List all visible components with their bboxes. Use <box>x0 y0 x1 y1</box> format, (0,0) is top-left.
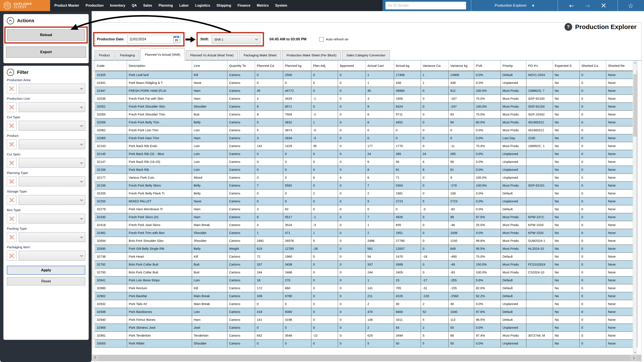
cell-priority[interactable]: Must Produ <box>501 268 526 276</box>
cell-shorted-re[interactable]: None <box>606 300 637 308</box>
cell-actual-cart[interactable]: 7 <box>366 182 394 189</box>
cell-pva[interactable]: 0.0% <box>474 79 501 87</box>
cell-description[interactable]: Fresh Pork Belly Flank Tr <box>127 189 192 197</box>
cell-plan-adj[interactable]: -2 <box>311 110 338 118</box>
column-header-actual-kg[interactable]: Actual kg <box>394 61 421 71</box>
cell-quantity-ta[interactable]: Cartons <box>228 71 255 79</box>
cell-actual-kg[interactable]: 2723 <box>394 197 421 205</box>
cell-quantity-ta[interactable]: Cartons <box>228 300 255 308</box>
cell-priority[interactable]: Unplanned <box>501 173 526 182</box>
cell-line[interactable]: Loin <box>192 142 228 150</box>
cell-priority[interactable]: Unplanned <box>501 166 526 173</box>
cell-actual-cart[interactable]: 244 <box>366 268 394 276</box>
cell-approved[interactable]: 0 <box>338 316 366 324</box>
cell-plan-adj[interactable]: 5 <box>311 237 338 245</box>
favorite-star-icon[interactable]: ☆ <box>628 2 634 10</box>
cell-planned-kg[interactable]: 5517 <box>283 213 311 221</box>
cell-variance-ca[interactable]: 52 <box>421 308 448 316</box>
cell-description[interactable]: Pork Tails #2 <box>127 300 192 308</box>
cell-actual-kg[interactable]: 0 <box>394 126 421 134</box>
cell-variance-ca[interactable]: 0 <box>421 110 448 118</box>
cell-actual-kg[interactable]: 705 <box>394 284 421 292</box>
cell-planned-kg[interactable]: 0 <box>283 79 311 87</box>
storage-type-select[interactable] <box>19 195 85 205</box>
cell-po-s[interactable]: PCS102824 <box>526 260 553 268</box>
cell-plan-adj[interactable]: 0 <box>311 87 338 95</box>
cell-planned-kg[interactable]: 12765 <box>283 245 311 253</box>
export-button[interactable]: Export <box>6 47 86 58</box>
column-header-variance-ca[interactable]: Variance Ca <box>421 61 448 71</box>
cell-approved[interactable]: 0 <box>338 95 366 102</box>
cell-pva[interactable]: 95.5% <box>474 245 501 253</box>
back-icon[interactable]: ← <box>569 2 574 9</box>
cell-priority[interactable]: Must Produ <box>501 331 526 339</box>
cell-description[interactable]: Pork Heart <box>127 253 192 260</box>
cell-variance-kg[interactable]: 108 <box>448 189 474 197</box>
cell-line[interactable]: Ham <box>192 87 228 95</box>
cell-quantity-ta[interactable]: Cartons <box>228 339 255 347</box>
menu-item-product-master[interactable]: Product Master <box>54 4 79 8</box>
clear-packaging-item-icon[interactable] <box>7 251 16 261</box>
cell-variance-ca[interactable]: 0 <box>421 237 448 245</box>
cell-priority[interactable]: Unplanned <box>501 79 526 87</box>
cell-code[interactable]: 32279 <box>95 205 127 213</box>
cell-actual-kg[interactable]: 0 <box>394 134 421 142</box>
cell-approved[interactable]: 0 <box>338 87 366 95</box>
cell-planned-ca[interactable]: 172 <box>255 284 283 292</box>
table-row-32418[interactable]: 32418Fresh Pork Jowl SkinsMain BreakCart… <box>92 221 637 229</box>
cell-planned-kg[interactable]: 3429 <box>283 95 311 102</box>
cell-approved[interactable]: 0 <box>338 150 366 158</box>
cell-planned-kg[interactable]: 2634 <box>283 134 311 142</box>
cell-planned-kg[interactable]: 1960 <box>283 253 311 260</box>
clear-cut-spec-icon[interactable] <box>7 158 16 168</box>
cell-shorted-ca[interactable]: 0 <box>580 308 606 316</box>
cell-actual-kg[interactable]: 9400 <box>394 308 421 316</box>
table-row-32938[interactable]: 32938Pork BackbonesLoinCartons4188360004… <box>92 308 637 316</box>
cell-variance-ca[interactable]: 0 <box>421 268 448 276</box>
cell-planned-kg[interactable]: 0 <box>283 150 311 158</box>
cell-quantity-ta[interactable]: Cartons <box>228 126 255 134</box>
cell-variance-ca[interactable]: 0 <box>421 142 448 150</box>
cell-variance-ca[interactable]: 1 <box>421 71 448 79</box>
cell-quantity-ta[interactable]: Cartons <box>228 150 255 158</box>
cell-approved[interactable]: 0 <box>338 213 366 221</box>
cell-shorted-ca[interactable]: 0 <box>580 126 606 134</box>
cell-planned-kg[interactable]: 270 <box>283 276 311 284</box>
cell-actual-cart[interactable]: 6 <box>366 158 394 166</box>
cell-planned-ca[interactable]: 244 <box>255 268 283 276</box>
reset-button[interactable]: Reset <box>7 277 85 285</box>
cell-shorted-re[interactable]: None <box>606 245 637 253</box>
cell-variance-ca[interactable]: 0 <box>421 173 448 182</box>
menu-item-inventory[interactable]: Inventory <box>110 4 125 8</box>
cell-line[interactable]: Shoulder <box>192 339 228 347</box>
cell-pva[interactable]: 97.4% <box>474 331 501 339</box>
cell-variance-kg[interactable]: -247 <box>448 102 474 110</box>
cell-shorted-ca[interactable]: 0 <box>580 166 606 173</box>
cell-planned-ca[interactable]: 0 <box>255 324 283 331</box>
column-header-planned-kg[interactable]: Planned kg <box>283 61 311 71</box>
cell-code[interactable]: 32058 <box>95 118 127 126</box>
cell-line[interactable]: Loin <box>192 126 228 134</box>
cell-code[interactable]: 32062 <box>95 126 127 134</box>
table-row-32932[interactable]: 32932Pork Tails #2Main BreakCartons00002… <box>92 300 637 308</box>
cell-plan-adj[interactable]: 0 <box>311 324 338 331</box>
planning-type-select[interactable] <box>19 176 85 186</box>
cell-actual-cart[interactable]: 7 <box>366 213 394 221</box>
cell-plan-adj[interactable]: 0 <box>311 182 338 189</box>
column-header-expected-s[interactable]: Expected S <box>553 61 580 71</box>
cell-actual-kg[interactable]: 50 <box>394 339 421 347</box>
cell-shorted-re[interactable]: None <box>606 316 637 324</box>
cell-actual-cart[interactable]: 2 <box>366 229 394 237</box>
cell-po-s[interactable]: SGF-20342 <box>526 110 553 118</box>
tab-planned-vs-actual-real-time[interactable]: Planned Vs Actual (Real Time) <box>186 50 238 60</box>
cell-pva[interactable]: 5.6% <box>474 276 501 284</box>
cell-code[interactable]: 32482 <box>95 229 127 237</box>
cell-po-s[interactable]: 3072744; M <box>526 331 553 339</box>
cell-quantity-ta[interactable]: Cartons <box>228 158 255 166</box>
column-header-priority[interactable]: Priority <box>501 61 526 71</box>
cell-planned-kg[interactable]: 0 <box>283 300 311 308</box>
cell-variance-ca[interactable]: -18 <box>421 253 448 260</box>
cell-line[interactable]: Main Break <box>192 292 228 300</box>
tab-product[interactable]: Product <box>94 50 114 60</box>
column-header-planned-ca[interactable]: Planned Ca <box>255 61 283 71</box>
